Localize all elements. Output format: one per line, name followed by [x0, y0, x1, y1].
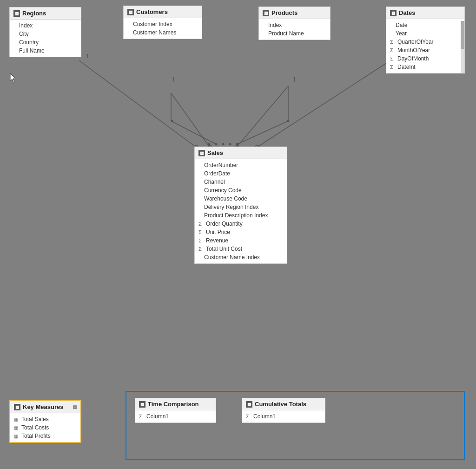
field-unitprice: Σ Unit Price [195, 228, 287, 236]
products-table: ▦ Products Index Product Name [258, 7, 331, 40]
field-customer-names: Customer Names [124, 28, 202, 37]
key-measures-table: ▦ Key Measures ▦ ▦ Total Sales ▦ Total C… [9, 400, 81, 443]
time-comparison-body: Σ Column1 [135, 410, 216, 422]
regions-header: ▦ Regions [10, 7, 81, 20]
field-date: Date [386, 21, 460, 29]
regions-body: Index City Country Full Name [10, 20, 81, 57]
svg-point-16 [236, 143, 238, 146]
time-comparison-table: ▦ Time Comparison Σ Column1 [135, 398, 216, 423]
sigma-icon: Σ [198, 238, 204, 243]
sigma-icon: Σ [390, 39, 396, 45]
field-tc-column1: Σ Column1 [135, 412, 216, 421]
field-totalunitcost: Σ Total Unit Cost [195, 245, 287, 253]
field-monthofyear: Σ MonthOfYear [386, 46, 460, 54]
field-fullname: Full Name [10, 47, 81, 55]
products-body: Index Product Name [259, 19, 330, 40]
table-field-icon: ▦ [14, 434, 20, 439]
customers-table: ▦ Customers Customer Index Customer Name… [123, 6, 202, 39]
field-customernameindex: Customer Name Index [195, 253, 287, 261]
svg-line-3 [171, 93, 209, 147]
svg-text:1: 1 [172, 76, 175, 83]
regions-table-icon: ▦ [13, 10, 20, 17]
svg-text:1: 1 [86, 53, 89, 60]
svg-line-9 [258, 60, 390, 147]
products-table-icon: ▦ [263, 10, 269, 16]
sales-table: ▦ Sales OrderNumber OrderDate Channel Cu… [194, 147, 287, 264]
svg-text:1: 1 [293, 76, 296, 83]
time-comparison-table-icon: ▦ [139, 401, 145, 408]
dates-body: Date Year Σ QuarterOfYear Σ MonthOfYear … [386, 19, 464, 73]
field-index: Index [10, 21, 81, 30]
products-header: ▦ Products [259, 7, 330, 19]
svg-line-20 [237, 121, 288, 144]
field-orderqty: Σ Order Quantity [195, 220, 287, 228]
customers-header: ▦ Customers [124, 6, 202, 18]
svg-line-18 [171, 121, 216, 144]
sales-header: ▦ Sales [195, 147, 287, 159]
key-measures-header: ▦ Key Measures ▦ [10, 401, 80, 413]
field-product-name: Product Name [259, 29, 330, 38]
field-currencycode: Currency Code [195, 186, 287, 194]
field-totalprofits: ▦ Total Profits [10, 432, 80, 440]
table-field-icon: ▦ [14, 425, 20, 430]
field-orderdate: OrderDate [195, 169, 287, 178]
field-totalsales: ▦ Total Sales [10, 415, 80, 423]
sales-body: OrderNumber OrderDate Channel Currency C… [195, 159, 287, 263]
sigma-icon: Σ [198, 221, 204, 227]
key-measures-body: ▦ Total Sales ▦ Total Costs ▦ Total Prof… [10, 413, 80, 442]
field-quarterofyear: Σ QuarterOfYear [386, 38, 460, 46]
customers-title: Customers [136, 8, 168, 15]
cumulative-totals-table-icon: ▦ [246, 401, 252, 408]
svg-point-22 [287, 120, 290, 122]
key-measures-title: Key Measures [23, 403, 63, 410]
cumulative-totals-table: ▦ Cumulative Totals Σ Column1 [242, 398, 325, 423]
sales-table-icon: ▦ [198, 150, 205, 156]
field-ordernumber: OrderNumber [195, 161, 287, 169]
field-deliveryregionindex: Delivery Region Index [195, 203, 287, 211]
svg-point-14 [222, 143, 225, 146]
field-customer-index: Customer Index [124, 20, 202, 28]
svg-line-0 [79, 60, 195, 147]
sigma-icon: Σ [390, 56, 396, 61]
field-ct-column1: Σ Column1 [242, 412, 325, 421]
customers-table-icon: ▦ [127, 9, 134, 15]
cumulative-totals-header: ▦ Cumulative Totals [242, 398, 325, 410]
sigma-icon: Σ [198, 229, 204, 235]
table-field-icon: ▦ [14, 417, 20, 422]
key-measures-table-icon: ▦ [14, 404, 20, 410]
time-comparison-header: ▦ Time Comparison [135, 398, 216, 410]
svg-line-6 [237, 86, 288, 147]
cumulative-totals-title: Cumulative Totals [255, 401, 306, 408]
time-comparison-title: Time Comparison [148, 401, 199, 408]
scrollbar-thumb[interactable] [461, 21, 464, 49]
regions-title: Regions [22, 10, 46, 17]
key-measures-badge: ▦ [73, 404, 77, 409]
sigma-icon: Σ [246, 414, 251, 419]
products-title: Products [271, 9, 298, 16]
cumulative-totals-body: Σ Column1 [242, 410, 325, 422]
svg-point-15 [229, 143, 231, 146]
field-dayofmonth: Σ DayOfMonth [386, 54, 460, 63]
sigma-icon: Σ [198, 246, 204, 252]
dates-table: ▦ Dates Date Year Σ QuarterOfYear Σ Mont… [386, 7, 465, 74]
sales-title: Sales [207, 149, 223, 156]
field-revenue: Σ Revenue [195, 236, 287, 245]
field-dateint: Σ DateInt [386, 63, 460, 71]
field-totalcosts: ▦ Total Costs [10, 423, 80, 432]
dates-title: Dates [399, 9, 415, 16]
cursor [10, 74, 16, 81]
sigma-icon: Σ [390, 64, 396, 70]
field-year: Year [386, 29, 460, 38]
dates-table-icon: ▦ [390, 10, 397, 16]
field-channel: Channel [195, 178, 287, 186]
svg-point-12 [208, 143, 211, 146]
sigma-icon: Σ [139, 414, 145, 419]
field-warehousecode: Warehouse Code [195, 194, 287, 203]
field-product-index: Index [259, 21, 330, 29]
svg-point-13 [215, 143, 218, 146]
svg-point-21 [171, 120, 173, 122]
customers-body: Customer Index Customer Names [124, 18, 202, 39]
svg-marker-23 [10, 74, 15, 82]
field-city: City [10, 30, 81, 38]
field-country: Country [10, 38, 81, 47]
